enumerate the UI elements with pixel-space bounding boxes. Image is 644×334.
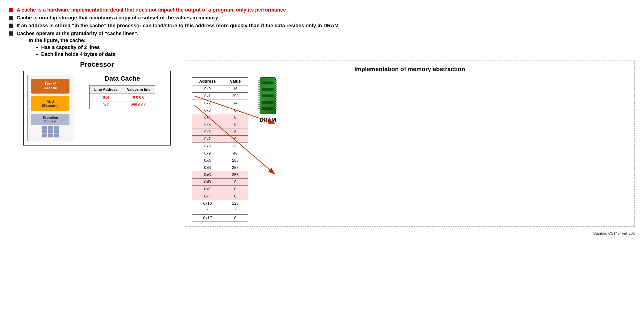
cache-sub-list: Has a capacity of 2 lines Each line hold…	[36, 44, 138, 57]
mem-addr-12: 0xC	[192, 171, 223, 179]
mem-val-12: 255	[223, 171, 248, 179]
exec-cell	[48, 134, 53, 137]
arrows-svg	[192, 77, 628, 222]
mem-addr-15: 0xF	[192, 193, 223, 200]
mem-addr-7: 0x7	[192, 136, 223, 143]
bullet-square-3	[9, 24, 14, 28]
memory-row-13: 0xD0	[192, 179, 248, 186]
exec-cell	[42, 130, 47, 134]
bullet-item-2: Cache is on-chip storage that maintains …	[9, 15, 635, 21]
mem-val-6: 6	[223, 128, 248, 136]
bullet-square-red	[9, 8, 14, 12]
bullet-list: A cache is a hardware implementation det…	[9, 7, 635, 58]
mem-val-1: 255	[223, 93, 248, 100]
mem-addr-11: 0xB	[192, 164, 223, 171]
bullet-text-1: A cache is a hardware implementation det…	[16, 7, 286, 13]
memory-row-6: 0x66	[192, 128, 248, 136]
cache-header-vals: Values in line	[122, 86, 155, 94]
exec-cell	[54, 126, 59, 130]
memory-row-7: 0x70	[192, 136, 248, 143]
memory-row-14: 0xE0	[192, 186, 248, 193]
cache-table: Line Address Values in line 0x4 0 0 6 0	[89, 86, 155, 109]
exec-context-block: ExecutionContext	[31, 114, 70, 125]
exec-col-2	[48, 126, 53, 137]
sub-indent: In the figure, the cache: Has a capacity…	[28, 38, 138, 57]
processor-label: Processor	[80, 61, 114, 68]
bullet-item-3: If an address is stored “in the cache” t…	[9, 23, 635, 29]
mem-header-addr: Address	[192, 78, 223, 86]
exec-cell	[48, 130, 53, 134]
mem-addr-2: 0x2	[192, 100, 223, 107]
mem-val-4: 0	[223, 114, 248, 121]
footer-text: Stanford CS149, Fall 202	[593, 231, 635, 235]
bullet-item-1: A cache is a hardware implementation det…	[9, 7, 635, 13]
mem-val-14: 0	[223, 186, 248, 193]
cache-sub-item-1: Has a capacity of 2 lines	[36, 44, 138, 50]
cache-row-2: 0xC 255 0 0 0	[90, 101, 155, 109]
fetch-decode-block: Fetch/Decode	[31, 79, 70, 94]
mem-val-13: 0	[223, 179, 248, 186]
chip-stripe	[262, 95, 274, 97]
cache-sub-text-1: Has a capacity of 2 lines	[41, 44, 100, 50]
mem-addr-13: 0xD	[192, 179, 223, 186]
bullet-text-2: Cache is on-chip storage that maintains …	[16, 15, 218, 21]
mem-addr-0: 0x0	[192, 86, 223, 93]
cache-section: Data Cache Line Address Values in line	[78, 75, 167, 141]
memory-row-0: 0x016	[192, 86, 248, 93]
cache-addr-2: 0xC	[90, 101, 122, 109]
exec-col-3	[54, 126, 59, 137]
mem-val-2: 14	[223, 100, 248, 107]
mem-addr-5: 0x5	[192, 121, 223, 128]
dram-section: DRAM	[260, 77, 276, 123]
mem-addr-18: 0x1F	[192, 215, 223, 222]
slide-container: A cache is a hardware implementation det…	[9, 7, 635, 236]
exec-cell	[42, 126, 47, 130]
mem-header-val: Value	[223, 78, 248, 86]
mem-val-15: 0	[223, 193, 248, 200]
memory-row-5: 0x50	[192, 121, 248, 128]
cache-label: Data Cache	[105, 75, 140, 82]
exec-cell	[42, 134, 47, 137]
memory-row-2: 0x214	[192, 100, 248, 107]
mem-addr-14: 0xE	[192, 186, 223, 193]
memory-row-10: 0xA255	[192, 157, 248, 164]
memory-row-3: 0x30	[192, 107, 248, 114]
dram-chip	[260, 77, 276, 114]
memory-table-wrapper: Address Value 0x0160x12550x2140x300x400x…	[192, 77, 248, 222]
cache-sub-text-2: Each line holds 4 bytes of data	[41, 51, 116, 57]
cache-addr-1: 0x4	[90, 94, 122, 101]
memory-row-16: 0x10128	[192, 200, 248, 207]
bullet-square-4	[9, 32, 14, 36]
chip-stripe	[262, 82, 274, 84]
mem-val-18: 0	[223, 215, 248, 222]
mem-addr-6: 0x6	[192, 128, 223, 136]
processor-section: Processor Fetch/Decode ALU(Execute) Exec…	[9, 61, 185, 146]
bullet-text-4: Caches operate at the granularity of “ca…	[16, 31, 138, 36]
mem-addr-10: 0xA	[192, 157, 223, 164]
chip-stripe	[262, 107, 274, 110]
mem-val-7: 0	[223, 136, 248, 143]
chip-stripe	[262, 88, 274, 91]
diagram-content: Address Value 0x0160x12550x2140x300x400x…	[192, 77, 628, 222]
right-col: Implementation of memory abstraction	[185, 61, 635, 227]
cache-row-1: 0x4 0 0 6 0	[90, 94, 155, 101]
mem-val-11: 255	[223, 164, 248, 171]
mem-val-9: 48	[223, 150, 248, 157]
chip-stripe	[262, 101, 274, 104]
memory-row-12: 0xC255	[192, 171, 248, 179]
memory-row-17: ⋮⋮	[192, 207, 248, 215]
memory-table: Address Value 0x0160x12550x2140x300x400x…	[192, 77, 248, 222]
diagram-title: Implementation of memory abstraction	[192, 66, 628, 73]
memory-row-9: 0x948	[192, 150, 248, 157]
mem-val-8: 32	[223, 143, 248, 150]
exec-col-1	[42, 126, 47, 137]
bullet-item-4: Caches operate at the granularity of “ca…	[9, 31, 635, 58]
cache-intro: In the figure, the cache:	[28, 38, 138, 44]
bullet-text-3: If an address is stored “in the cache” t…	[16, 23, 338, 29]
memory-row-1: 0x1255	[192, 93, 248, 100]
cache-vals-1: 0 0 6 0	[122, 94, 155, 101]
cache-vals-2: 255 0 0 0	[122, 101, 155, 109]
exec-cell	[54, 130, 59, 134]
mem-addr-1: 0x1	[192, 93, 223, 100]
mem-addr-16: 0x10	[192, 200, 223, 207]
